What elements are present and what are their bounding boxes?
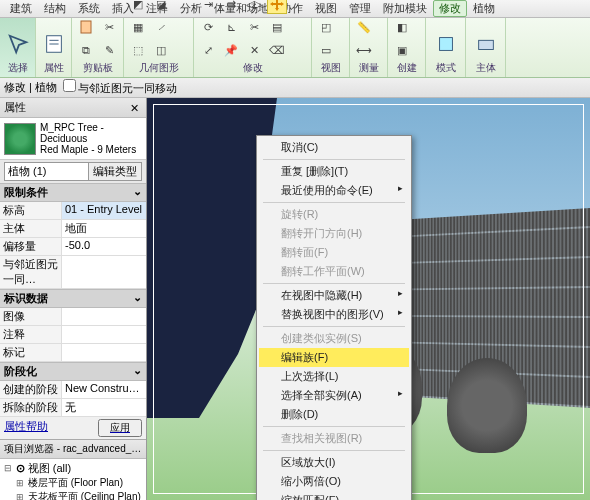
context-menu-item[interactable]: 缩放匹配(F) [259, 491, 409, 500]
tree-node[interactable]: 楼层平面 (Floor Plan) [14, 476, 146, 490]
close-icon[interactable]: ✕ [130, 102, 142, 114]
context-menu-item[interactable]: 取消(C) [259, 138, 409, 157]
menu-附加模块[interactable]: 附加模块 [377, 1, 433, 16]
view-icon[interactable]: ◰ [316, 17, 336, 37]
property-row[interactable]: 创建的阶段New Constru… [0, 381, 146, 399]
menu-修改[interactable]: 修改 [433, 0, 467, 17]
create-icon[interactable]: ◧ [392, 17, 412, 37]
context-menu-item: 创建类似实例(S) [259, 329, 409, 348]
prop-value[interactable] [62, 344, 146, 361]
scale-icon[interactable]: ⤢ [198, 40, 218, 60]
ribbon-group-create: ◧▣ 创建 [388, 18, 426, 77]
group-label: 创建 [397, 60, 417, 75]
tree-root[interactable]: ⊙ 视图 (all) [2, 461, 146, 476]
align-icon[interactable]: ⇥ [198, 0, 218, 14]
trim-icon[interactable]: ⊾ [221, 17, 241, 37]
measure-icon[interactable]: 📏 [354, 17, 374, 37]
group-icon[interactable]: ▣ [392, 40, 412, 60]
dim-icon[interactable]: ⟷ [354, 40, 374, 60]
context-menu-item[interactable]: 区域放大(I) [259, 453, 409, 472]
prop-value[interactable]: -50.0 [62, 238, 146, 255]
prop-value[interactable] [62, 256, 146, 288]
property-row[interactable]: 标记 [0, 344, 146, 362]
svg-rect-5 [478, 40, 493, 49]
hide-icon[interactable]: ▭ [316, 40, 336, 60]
demolish-icon[interactable]: ◫ [151, 40, 171, 60]
unpin-icon[interactable]: ✕ [244, 40, 264, 60]
property-row[interactable]: 注释 [0, 326, 146, 344]
menu-视图[interactable]: 视图 [309, 1, 343, 16]
cope-icon[interactable]: ◩ [128, 0, 148, 14]
array-icon[interactable]: ▤ [267, 17, 287, 37]
property-row[interactable]: 主体地面 [0, 220, 146, 238]
svg-rect-4 [439, 38, 452, 51]
prop-key: 标高 [0, 202, 62, 219]
properties-help-link[interactable]: 属性帮助 [4, 419, 48, 437]
ribbon: 选择 属性 ✂ ⧉ ✎ 剪贴板 ◩ ◪ ▦ ⟋ ⬚ ◫ 几何图形 ⇥ ⇉ ◁▷ … [0, 18, 590, 78]
menu-separator [263, 450, 405, 451]
context-menu-item[interactable]: 最近使用的命令(E) [259, 181, 409, 200]
tree-node[interactable]: 天花板平面 (Ceiling Plan) [14, 490, 146, 500]
context-menu-item[interactable]: 在视图中隐藏(H) [259, 286, 409, 305]
delete-icon[interactable]: ⌫ [267, 40, 287, 60]
property-row[interactable]: 拆除的阶段无 [0, 399, 146, 417]
property-row[interactable]: 标高01 - Entry Level [0, 202, 146, 220]
context-menu-item[interactable]: 替换视图中的图形(V) [259, 305, 409, 324]
join-icon[interactable]: ▦ [128, 17, 148, 37]
menu-建筑[interactable]: 建筑 [4, 1, 38, 16]
context-menu-item[interactable]: 上次选择(L) [259, 367, 409, 386]
prop-value[interactable] [62, 308, 146, 325]
prop-value[interactable] [62, 326, 146, 343]
property-row[interactable]: 与邻近图元一同… [0, 256, 146, 289]
ribbon-group-geometry: ◩ ◪ ▦ ⟋ ⬚ ◫ 几何图形 [124, 18, 194, 77]
wall-join-icon[interactable]: ⬚ [128, 40, 148, 60]
section-header[interactable]: 限制条件⌄ [0, 183, 146, 202]
category-selector[interactable]: 植物 (1) [5, 163, 88, 180]
apply-button[interactable]: 应用 [98, 419, 142, 437]
split-icon[interactable]: ⟋ [151, 17, 171, 37]
menu-植物[interactable]: 植物 [467, 1, 501, 16]
split2-icon[interactable]: ✂ [244, 17, 264, 37]
mirror-icon[interactable]: ◁▷ [244, 0, 264, 14]
section-header[interactable]: 标识数据⌄ [0, 289, 146, 308]
prop-value[interactable]: 无 [62, 399, 146, 416]
pin-icon[interactable]: 📌 [221, 40, 241, 60]
match-icon[interactable]: ✎ [99, 40, 119, 60]
offset-icon[interactable]: ⇉ [221, 0, 241, 14]
project-browser: 项目浏览器 - rac_advanced_sample_… ⊙ 视图 (all)… [0, 440, 146, 500]
context-menu-item[interactable]: 删除(D) [259, 405, 409, 424]
cut-geom-icon[interactable]: ◪ [151, 0, 171, 14]
paste-icon[interactable] [76, 17, 96, 37]
move-with-nearby-checkbox[interactable]: 与邻近图元一同移动 [63, 79, 177, 96]
context-menu-item: 旋转(R) [259, 205, 409, 224]
rotate-icon[interactable]: ⟳ [198, 17, 218, 37]
context-menu-item[interactable]: 编辑族(F) [259, 348, 409, 367]
context-menu-item[interactable]: 缩小两倍(O) [259, 472, 409, 491]
ribbon-group-measure: 📏⟷ 测量 [350, 18, 388, 77]
pick-host-icon[interactable] [472, 28, 500, 60]
prop-value[interactable]: 地面 [62, 220, 146, 237]
group-label: 测量 [359, 60, 379, 75]
menu-结构[interactable]: 结构 [38, 1, 72, 16]
property-row[interactable]: 图像 [0, 308, 146, 326]
menu-系统[interactable]: 系统 [72, 1, 106, 16]
edit-family-icon[interactable] [432, 28, 460, 60]
edit-type-button[interactable]: 编辑类型 [88, 163, 141, 180]
modify-tool-icon[interactable] [4, 28, 32, 60]
properties-icon[interactable] [40, 28, 68, 60]
context-menu-item[interactable]: 重复 [删除](T) [259, 162, 409, 181]
move-icon[interactable] [267, 0, 287, 14]
cut-icon[interactable]: ✂ [99, 17, 119, 37]
context-menu-item[interactable]: 选择全部实例(A) [259, 386, 409, 405]
copy-icon[interactable]: ⧉ [76, 40, 96, 60]
prop-value[interactable]: 01 - Entry Level [62, 202, 146, 219]
property-row[interactable]: 偏移量-50.0 [0, 238, 146, 256]
prop-key: 拆除的阶段 [0, 399, 62, 416]
prop-value[interactable]: New Constru… [62, 381, 146, 398]
section-header[interactable]: 阶段化⌄ [0, 362, 146, 381]
properties-title: 属性 [4, 100, 26, 115]
menu-separator [263, 159, 405, 160]
menu-管理[interactable]: 管理 [343, 1, 377, 16]
ribbon-group-view: ◰▭ 视图 [312, 18, 350, 77]
context-menu-item: 查找相关视图(R) [259, 429, 409, 448]
